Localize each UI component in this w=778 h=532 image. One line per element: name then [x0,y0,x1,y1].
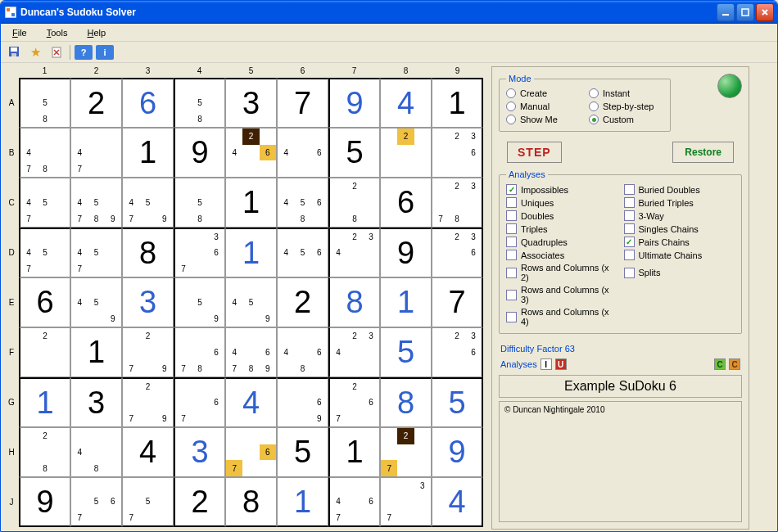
step-button[interactable]: STEP [507,142,562,163]
badge-impossibles[interactable]: I [541,358,552,370]
sudoku-cell[interactable]: 5 [432,377,483,427]
sudoku-cell[interactable]: 9 [328,78,380,128]
analysis-option[interactable]: Associates [506,250,617,260]
sudoku-cell[interactable]: 3 [122,277,174,327]
analysis-option[interactable]: Buried Triples [624,197,735,208]
analysis-option[interactable]: ✓Pairs Chains [624,237,735,247]
badge-uniques[interactable]: U [555,358,567,370]
sudoku-cell[interactable]: 1 [225,178,277,228]
sudoku-cell[interactable]: 459 [225,277,277,327]
sudoku-cell[interactable]: 2 [174,477,225,527]
sudoku-cell[interactable]: 67 [174,377,225,427]
analysis-option[interactable]: Rows and Columns (x 4) [506,307,617,327]
sudoku-cell[interactable]: 6 [122,78,174,128]
sudoku-cell[interactable]: 27 [380,427,432,477]
sudoku-cell[interactable]: 45789 [70,178,122,228]
sudoku-cell[interactable]: 37 [380,477,432,527]
sudoku-cell[interactable]: 2 [277,277,328,327]
sudoku-cell[interactable]: 58 [174,78,225,128]
sudoku-cell[interactable]: 2 [380,128,432,178]
sudoku-cell[interactable]: 6 [19,277,70,327]
sudoku-cell[interactable]: 9 [174,128,225,178]
sudoku-cell[interactable]: 1 [432,78,483,128]
sudoku-cell[interactable]: 2 [70,78,122,128]
sudoku-cell[interactable]: 3 [225,78,277,128]
sudoku-cell[interactable]: 1 [122,128,174,178]
sudoku-cell[interactable]: 67 [225,427,277,477]
sudoku-cell[interactable]: 456 [277,228,328,277]
sudoku-cell[interactable]: 6 [380,178,432,228]
maximize-button[interactable] [736,3,754,21]
sudoku-cell[interactable]: 467 [328,477,380,527]
analysis-option[interactable]: Rows and Columns (x 2) [506,263,617,282]
sudoku-cell[interactable]: 4579 [122,178,174,228]
sudoku-cell[interactable]: 468 [277,327,328,377]
analysis-option[interactable]: Splits [624,263,735,282]
sudoku-cell[interactable]: 1 [328,427,380,477]
close-button[interactable] [756,3,774,21]
sudoku-cell[interactable]: 2 [19,327,70,377]
analysis-option[interactable]: Triples [506,223,617,234]
analysis-option[interactable]: 3-Way [624,210,735,221]
sudoku-cell[interactable]: 47 [70,128,122,178]
sudoku-cell[interactable]: 4 [380,78,432,128]
sudoku-cell[interactable]: 234 [328,327,380,377]
sudoku-cell[interactable]: 246 [225,128,277,178]
sudoku-cell[interactable]: 46 [277,128,328,178]
mode-option[interactable]: Instant [589,88,663,98]
sudoku-cell[interactable]: 236 [432,128,483,178]
analysis-option[interactable]: Singles Chains [624,223,735,234]
sudoku-cell[interactable]: 69 [277,377,328,427]
sudoku-cell[interactable]: 279 [122,377,174,427]
analysis-option[interactable]: Ultimate Chains [624,250,735,260]
sudoku-cell[interactable]: 59 [174,277,225,327]
badge-c1[interactable]: C [714,358,726,370]
sudoku-cell[interactable]: 5 [328,128,380,178]
sudoku-cell[interactable]: 9 [380,228,432,277]
sudoku-cell[interactable]: 236 [432,327,483,377]
mode-option[interactable]: Custom [589,115,663,124]
mode-option[interactable]: Step-by-step [589,101,663,111]
sudoku-cell[interactable]: 457 [70,228,122,277]
info-button[interactable]: i [95,43,115,61]
analysis-option[interactable]: Doubles [506,210,617,221]
sudoku-cell[interactable]: 28 [19,427,70,477]
sudoku-cell[interactable]: 267 [328,377,380,427]
sudoku-cell[interactable]: 3 [174,427,225,477]
sudoku-cell[interactable]: 8 [122,228,174,277]
menu-tools[interactable]: Tools [42,26,73,39]
sudoku-cell[interactable]: 4 [225,377,277,427]
sudoku-cell[interactable]: 4 [122,427,174,477]
minimize-button[interactable] [717,3,735,21]
sudoku-cell[interactable]: 279 [122,327,174,377]
sudoku-cell[interactable]: 7 [432,277,483,327]
sudoku-cell[interactable]: 8 [225,477,277,527]
save-button[interactable] [4,43,24,61]
sudoku-cell[interactable]: 459 [70,277,122,327]
sudoku-cell[interactable]: 1 [70,327,122,377]
sudoku-cell[interactable]: 7 [277,78,328,128]
sudoku-cell[interactable]: 48 [70,427,122,477]
sudoku-cell[interactable]: 58 [19,78,70,128]
sudoku-cell[interactable]: 478 [19,128,70,178]
analysis-option[interactable]: Buried Doubles [624,184,735,195]
analysis-option[interactable]: Uniques [506,197,617,208]
sudoku-cell[interactable]: 9 [432,427,483,477]
sudoku-cell[interactable]: 5 [277,427,328,477]
star-button[interactable]: ★ [25,43,45,61]
sudoku-cell[interactable]: 1 [225,228,277,277]
sudoku-cell[interactable]: 1 [19,377,70,427]
globe-button[interactable] [717,74,742,98]
sudoku-cell[interactable]: 4568 [277,178,328,228]
sudoku-cell[interactable]: 5 [380,327,432,377]
sudoku-cell[interactable]: 8 [328,277,380,327]
sudoku-cell[interactable]: 9 [19,477,70,527]
sudoku-cell[interactable]: 57 [122,477,174,527]
sudoku-cell[interactable]: 457 [19,178,70,228]
analysis-option[interactable]: Quadruples [506,237,617,247]
menu-file[interactable]: File [7,26,32,39]
sudoku-cell[interactable]: 2378 [432,178,483,228]
menu-help[interactable]: Help [82,26,111,39]
sudoku-cell[interactable]: 1 [277,477,328,527]
analysis-option[interactable]: Rows and Columns (x 3) [506,285,617,304]
